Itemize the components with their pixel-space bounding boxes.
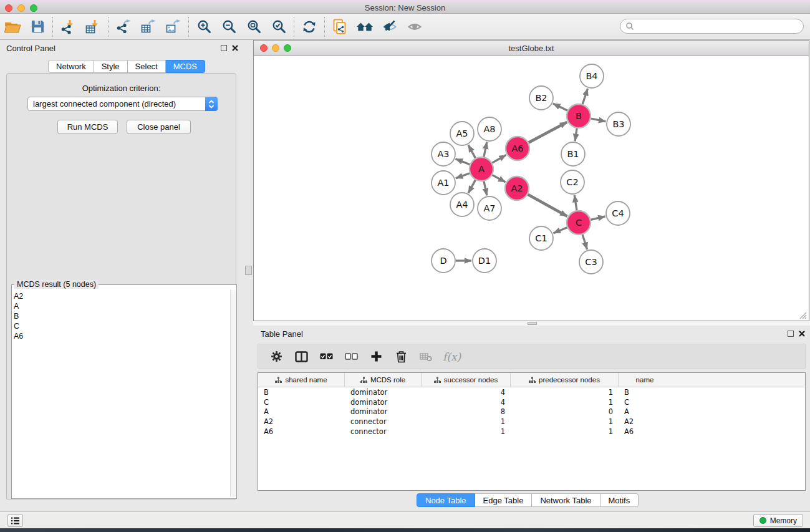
graph-node-A6[interactable]: A6 [506,137,529,160]
criterion-dropdown[interactable]: largest connected component (directed) [27,97,218,111]
float-panel-icon[interactable] [221,45,227,51]
graph-node-A1[interactable]: A1 [432,171,455,195]
table-cell[interactable]: 1 [422,427,511,436]
import-table-icon[interactable] [80,16,105,38]
table-cell[interactable]: connector [345,417,422,426]
column-header-MCDS-role[interactable]: MCDS role [345,373,422,387]
graph-node-A7[interactable]: A7 [478,196,501,220]
table-cell[interactable]: 4 [422,388,511,397]
tab-mcds[interactable]: MCDS [166,60,205,73]
graph-node-B[interactable]: B [567,104,591,128]
splitter-grip[interactable] [528,322,537,325]
resize-grip-icon[interactable] [799,311,807,319]
delete-column-icon[interactable] [393,349,409,365]
table-cell[interactable]: dominator [345,398,422,407]
table-cell[interactable]: 8 [422,407,511,416]
tab-edge-table[interactable]: Edge Table [475,493,533,507]
graph-edge-A-A7[interactable] [484,181,487,196]
horizontal-splitter[interactable] [253,321,810,326]
export-network-icon[interactable] [111,16,136,38]
minimize-window-button[interactable] [17,4,25,12]
graph-node-C4[interactable]: C4 [606,201,630,225]
zoom-out-icon[interactable] [216,16,241,38]
graph-edge-A-A4[interactable] [468,180,475,193]
network-canvas[interactable]: B4B2BB3A8A5A6A3B1AA1C2A2A4A7C4CC1C3DD1 [254,56,808,321]
close-panel-icon[interactable] [232,45,238,51]
tab-network[interactable]: Network [48,60,94,73]
table-cell[interactable]: A [619,407,671,416]
table-cell[interactable]: 1 [511,427,619,436]
table-cell[interactable]: 1 [511,417,619,426]
network-traffic-lights[interactable] [260,44,291,52]
graph-edge-C-C2[interactable] [574,195,577,210]
graph-edge-B-B3[interactable] [591,118,606,122]
search-box[interactable] [620,19,804,34]
graph-node-A8[interactable]: A8 [478,117,501,141]
close-panel-icon[interactable] [799,331,805,337]
graph-edge-A-A5[interactable] [468,145,475,158]
mcds-result-item[interactable]: A2 [14,291,229,301]
graph-node-B4[interactable]: B4 [580,64,604,88]
graph-edge-A-A1[interactable] [456,173,470,178]
close-network-button[interactable] [260,44,268,52]
graph-node-C3[interactable]: C3 [579,250,603,274]
graph-edge-B-B4[interactable] [582,89,587,104]
table-row[interactable]: A2connector11A2 [258,417,805,427]
graph-node-C1[interactable]: C1 [529,226,553,250]
export-table-icon[interactable] [136,16,161,38]
graph-node-B2[interactable]: B2 [529,86,553,110]
main-titlebar[interactable]: Session: New Session [0,2,810,14]
table-cell[interactable]: A2 [619,417,671,426]
float-panel-icon[interactable] [788,331,794,337]
table-cell[interactable]: dominator [345,388,422,397]
graph-edge-C-C1[interactable] [553,228,567,233]
home-view-icon[interactable] [352,16,377,38]
table-cell[interactable]: A [258,407,345,416]
tab-network-table[interactable]: Network Table [532,493,600,507]
export-image-icon[interactable] [161,16,186,38]
refresh-icon[interactable] [297,16,322,38]
graph-node-B1[interactable]: B1 [561,142,585,166]
graph-node-C2[interactable]: C2 [561,170,584,194]
search-input[interactable] [634,20,803,32]
table-cell[interactable]: A6 [258,427,345,436]
minimize-network-button[interactable] [272,44,279,52]
column-header-successor-nodes[interactable]: successor nodes [422,373,511,387]
mcds-result-item[interactable]: B [14,311,229,321]
new-network-from-selection-icon[interactable] [327,16,352,38]
table-row[interactable]: Adominator80A [258,407,805,417]
network-window-titlebar[interactable]: testGlobe.txt [254,41,809,56]
table-cell[interactable]: B [619,388,671,397]
graph-node-A5[interactable]: A5 [450,122,474,145]
table-row[interactable]: Bdominator41B [258,387,805,397]
graph-edge-A-A2[interactable] [493,175,506,182]
column-header-shared-name[interactable]: shared name [258,373,345,387]
graph-edge-B-B2[interactable] [553,104,567,110]
graph-node-A3[interactable]: A3 [432,142,455,166]
close-panel-button[interactable]: Close panel [127,120,191,134]
table-cell[interactable]: B [258,388,345,397]
table-cell[interactable]: 1 [422,417,511,426]
add-column-icon[interactable] [368,349,384,365]
select-all-checkboxes-icon[interactable] [318,349,334,365]
graph-edge-A6-B[interactable] [529,122,567,143]
graph-node-A2[interactable]: A2 [505,177,529,200]
tab-select[interactable]: Select [128,60,166,73]
traffic-lights[interactable] [5,4,37,12]
graph-edge-C-C4[interactable] [591,216,605,220]
maximize-window-button[interactable] [30,4,37,12]
graph-edge-B-B1[interactable] [575,128,577,141]
save-icon[interactable] [25,16,50,38]
table-row[interactable]: A6connector11A6 [258,427,805,437]
vertical-splitter[interactable] [243,40,253,511]
tab-motifs[interactable]: Motifs [600,493,639,507]
graph-node-D[interactable]: D [432,249,455,273]
graph-edge-A-A6[interactable] [492,155,506,163]
task-history-button[interactable] [7,514,23,527]
graph-edge-A-A3[interactable] [456,159,470,165]
graph-node-A4[interactable]: A4 [450,193,474,216]
column-layout-icon[interactable] [293,349,309,365]
zoom-fit-icon[interactable] [241,16,266,38]
graph-node-C[interactable]: C [567,211,591,235]
zoom-in-icon[interactable] [191,16,216,38]
